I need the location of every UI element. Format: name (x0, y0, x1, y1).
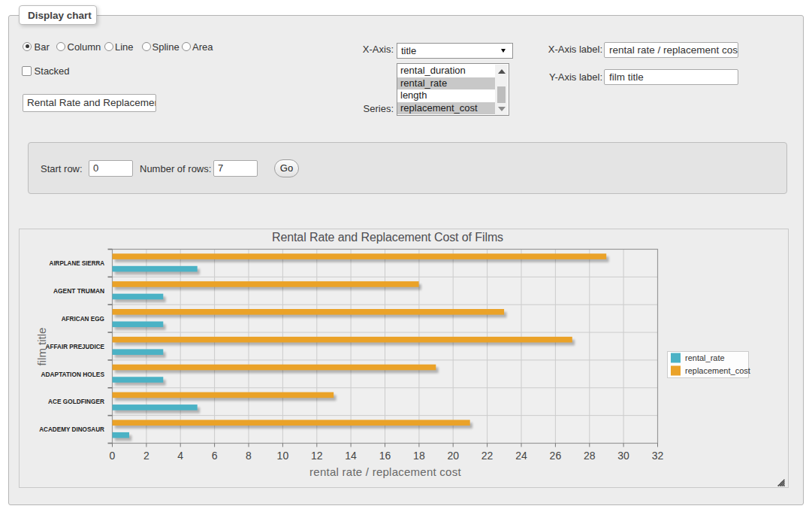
svg-text:0: 0 (110, 450, 116, 462)
svg-text:24: 24 (515, 450, 527, 462)
svg-text:22: 22 (481, 450, 494, 462)
svg-text:12: 12 (311, 450, 323, 462)
svg-text:18: 18 (413, 450, 425, 462)
svg-text:8: 8 (246, 450, 252, 462)
svg-text:film title: film title (35, 328, 48, 366)
svg-text:ACADEMY DINOSAUR: ACADEMY DINOSAUR (39, 426, 104, 433)
svg-text:AIRPLANE SIERRA: AIRPLANE SIERRA (50, 259, 105, 267)
svg-text:6: 6 (212, 450, 218, 462)
svg-text:20: 20 (447, 450, 459, 462)
svg-text:AFRICAN EGG: AFRICAN EGG (62, 315, 104, 323)
svg-text:28: 28 (584, 450, 596, 462)
svg-text:2: 2 (143, 450, 149, 462)
svg-text:replacement_cost: replacement_cost (685, 366, 750, 375)
svg-text:14: 14 (345, 450, 357, 462)
svg-text:Rental Rate and Replacement Co: Rental Rate and Replacement Cost of Film… (272, 231, 503, 244)
svg-text:ADAPTATION HOLES: ADAPTATION HOLES (41, 371, 105, 378)
svg-text:AFFAIR PREJUDICE: AFFAIR PREJUDICE (46, 343, 104, 350)
svg-text:AGENT TRUMAN: AGENT TRUMAN (53, 287, 104, 295)
svg-text:30: 30 (617, 450, 629, 462)
svg-text:rental_rate: rental_rate (685, 353, 725, 362)
svg-text:26: 26 (550, 450, 562, 462)
svg-text:10: 10 (277, 450, 289, 462)
svg-text:32: 32 (652, 450, 664, 462)
svg-text:4: 4 (177, 450, 183, 462)
svg-text:rental rate / replacement cost: rental rate / replacement cost (309, 465, 461, 478)
svg-text:ACE GOLDFINGER: ACE GOLDFINGER (48, 398, 104, 405)
svg-text:16: 16 (379, 450, 391, 462)
